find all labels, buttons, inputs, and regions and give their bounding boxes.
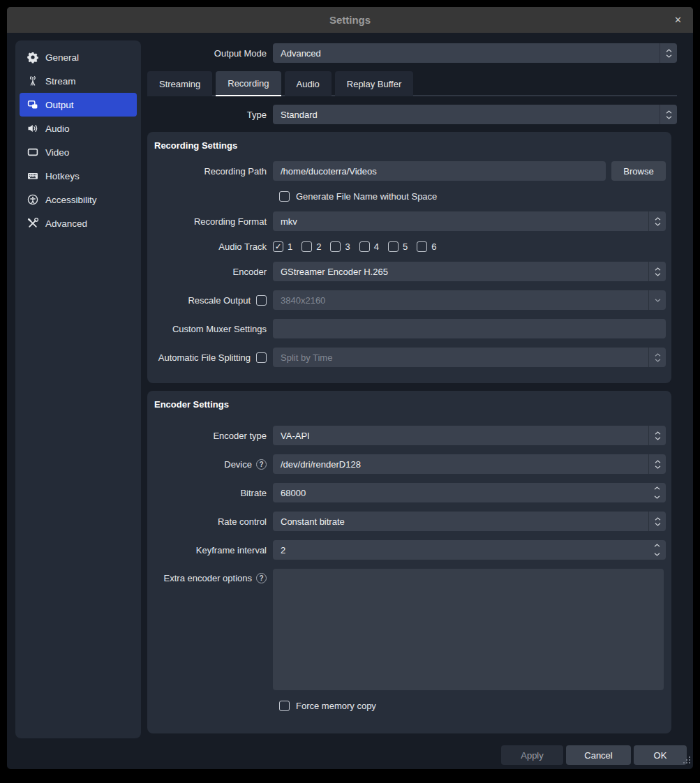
recording-format-select[interactable]: mkv <box>273 211 666 231</box>
tools-icon <box>27 218 38 230</box>
encoder-select[interactable]: GStreamer Encoder H.265 <box>273 262 666 281</box>
chevron-up-icon <box>655 353 661 357</box>
custom-muxer-input[interactable] <box>273 319 666 338</box>
settings-window: Settings ✕ General Stream Output Au <box>7 7 693 769</box>
browse-button[interactable]: Browse <box>611 161 666 181</box>
keyboard-icon <box>27 170 38 182</box>
tab-recording[interactable]: Recording <box>216 71 281 96</box>
sidebar-item-label: Stream <box>45 76 76 87</box>
keyframe-interval-spinbox[interactable]: 2 <box>273 540 666 560</box>
resize-grip-icon[interactable] <box>683 755 692 768</box>
audio-track-4-checkbox[interactable] <box>359 241 370 252</box>
sidebar-item-label: Output <box>45 100 74 110</box>
check-icon: ✓ <box>275 243 281 251</box>
accessibility-icon <box>27 194 38 206</box>
encoder-type-select[interactable]: VA-API <box>273 426 666 445</box>
sidebar-item-label: Video <box>45 147 69 158</box>
chevron-up-icon <box>654 544 660 547</box>
titlebar[interactable]: Settings ✕ <box>7 7 693 33</box>
encoder-type-label: Encoder type <box>147 431 273 441</box>
force-memory-copy-checkbox[interactable] <box>279 701 290 711</box>
sidebar-item-advanced[interactable]: Advanced <box>20 211 137 235</box>
combo-spinner <box>648 426 666 445</box>
combo-spinner <box>648 348 666 367</box>
audio-track-label: Audio Track <box>147 241 273 252</box>
type-value: Standard <box>273 110 660 120</box>
tab-audio[interactable]: Audio <box>285 71 332 96</box>
chevron-up-icon <box>655 267 661 271</box>
auto-file-splitting-checkbox[interactable] <box>256 352 267 363</box>
chevron-up-icon <box>655 517 661 521</box>
chevron-down-icon <box>655 465 661 469</box>
speaker-icon <box>27 123 38 135</box>
generate-filename-checkbox[interactable] <box>279 191 290 202</box>
tab-replay-buffer[interactable]: Replay Buffer <box>335 71 414 96</box>
sidebar-item-accessibility[interactable]: Accessibility <box>20 188 137 211</box>
spinbox-arrows[interactable] <box>648 483 666 502</box>
sidebar-item-hotkeys[interactable]: Hotkeys <box>20 164 137 188</box>
encoder-settings-card: Encoder Settings Encoder type VA-API Dev… <box>147 391 671 733</box>
sidebar-item-video[interactable]: Video <box>20 140 137 164</box>
combo-spinner <box>660 43 677 63</box>
audio-track-6-checkbox[interactable] <box>417 241 427 252</box>
encoder-value: GStreamer Encoder H.265 <box>273 267 648 277</box>
rate-control-label: Rate control <box>147 516 273 527</box>
sidebar-item-audio[interactable]: Audio <box>20 117 137 140</box>
split-mode-select[interactable]: Split by Time <box>273 348 666 367</box>
combo-spinner <box>648 512 666 531</box>
chevron-up-icon <box>655 431 661 435</box>
chevron-down-icon <box>655 523 661 526</box>
cancel-button[interactable]: Cancel <box>566 745 631 765</box>
rescale-output-checkbox[interactable] <box>256 295 267 306</box>
rescale-resolution-select[interactable]: 3840x2160 <box>273 290 666 310</box>
encoder-label: Encoder <box>147 267 273 277</box>
sidebar-item-output[interactable]: Output <box>20 93 137 117</box>
chevron-down-icon <box>655 299 661 302</box>
tab-streaming[interactable]: Streaming <box>147 71 212 96</box>
output-mode-select[interactable]: Advanced <box>273 43 677 63</box>
extra-encoder-options-label: Extra encoder options <box>164 573 252 583</box>
type-label: Type <box>147 110 273 120</box>
sidebar-item-stream[interactable]: Stream <box>20 69 137 93</box>
sidebar-item-general[interactable]: General <box>20 45 137 69</box>
chevron-down-icon <box>654 553 660 556</box>
keyframe-interval-value: 2 <box>273 545 648 555</box>
recording-path-input[interactable]: /home/ducoterra/Videos <box>273 161 606 181</box>
bitrate-value: 68000 <box>273 488 648 498</box>
close-icon[interactable]: ✕ <box>674 7 682 33</box>
chevron-down-icon <box>666 54 672 58</box>
combo-spinner <box>648 454 666 474</box>
audio-track-5-checkbox[interactable] <box>388 241 399 252</box>
generate-filename-label: Generate File Name without Space <box>296 191 437 202</box>
recording-format-label: Recording Format <box>147 216 273 227</box>
audio-track-1-checkbox[interactable]: ✓ <box>273 241 283 252</box>
recording-format-value: mkv <box>273 216 648 227</box>
recording-path-label: Recording Path <box>147 166 273 177</box>
extra-encoder-options-input[interactable] <box>273 569 664 690</box>
apply-button[interactable]: Apply <box>501 745 563 765</box>
spinbox-arrows[interactable] <box>648 540 666 560</box>
audio-track-3-checkbox[interactable] <box>330 241 341 252</box>
rate-control-value: Constant bitrate <box>273 516 648 527</box>
settings-sidebar: General Stream Output Audio Video <box>15 40 141 738</box>
chevron-down-icon <box>655 273 661 276</box>
chevron-up-icon <box>666 110 672 114</box>
type-select[interactable]: Standard <box>273 105 677 124</box>
chevron-up-icon <box>655 217 661 221</box>
bitrate-label: Bitrate <box>147 488 273 498</box>
recording-settings-title: Recording Settings <box>147 140 671 161</box>
audio-track-2-checkbox[interactable] <box>301 241 312 252</box>
custom-muxer-label: Custom Muxer Settings <box>147 324 273 334</box>
sidebar-item-label: Accessibility <box>45 195 97 205</box>
device-value: /dev/dri/renderD128 <box>273 459 648 470</box>
device-select[interactable]: /dev/dri/renderD128 <box>273 454 666 474</box>
help-icon[interactable]: ? <box>256 459 267 470</box>
rate-control-select[interactable]: Constant bitrate <box>273 512 666 531</box>
bitrate-spinbox[interactable]: 68000 <box>273 483 666 502</box>
force-memory-copy-label: Force memory copy <box>296 701 376 711</box>
ok-button[interactable]: OK <box>634 745 687 765</box>
chevron-down-icon <box>655 437 661 440</box>
help-icon[interactable]: ? <box>256 573 267 583</box>
chevron-down-icon <box>655 223 661 226</box>
chevron-down-icon <box>655 359 661 362</box>
